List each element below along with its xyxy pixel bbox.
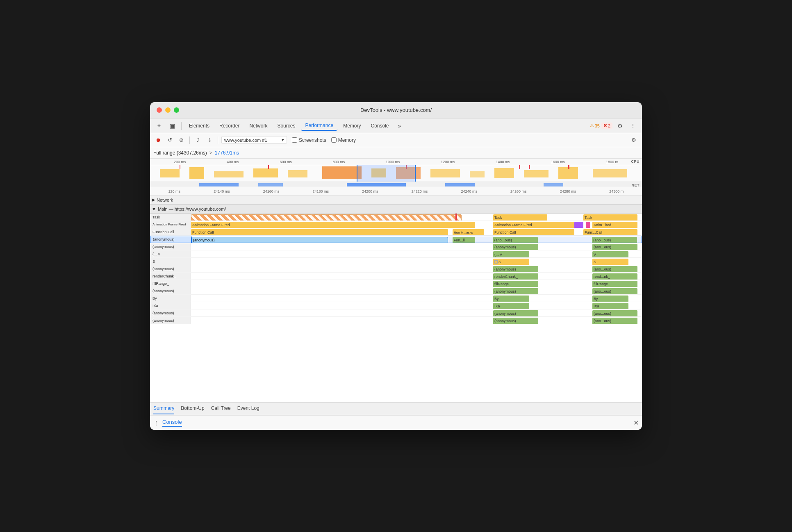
v-track[interactable]: (... V V (191, 250, 642, 257)
console-tab-label[interactable]: Console (162, 419, 182, 427)
anim-block-1[interactable]: Animation Frame Fired (493, 222, 574, 228)
tab-performance[interactable]: Performance (301, 121, 337, 131)
v-block-1[interactable]: V (592, 251, 628, 257)
anon2-block-1[interactable]: (ano...ous) (592, 266, 637, 272)
flame-chart[interactable]: Task Task Task Animation Frame Fired Ani (150, 214, 642, 402)
maximize-button[interactable] (174, 107, 179, 113)
main-collapse-icon[interactable]: ▼ (152, 207, 156, 211)
memory-checkbox-label[interactable]: Memory (331, 137, 356, 143)
minimize-button[interactable] (165, 107, 171, 113)
func-block-runm[interactable]: Run M...asks (453, 229, 484, 235)
anon0-track[interactable]: (anonymous) Fun...ll 10343 hidden (ano..… (191, 236, 642, 243)
anon0-block-2[interactable]: (ano...ous) (592, 237, 637, 243)
tab-console[interactable]: Console (366, 121, 393, 130)
anon3-track[interactable]: (anonymous) (ano...ous) (191, 287, 642, 294)
memory-checkbox[interactable] (331, 137, 337, 143)
task-block-1[interactable]: Task (493, 214, 547, 221)
cpu-chart[interactable] (150, 165, 642, 182)
anon3-block-1[interactable]: (ano...ous) (592, 288, 637, 294)
device-icon[interactable]: ▣ (166, 120, 178, 132)
anon1-block-0[interactable]: (anonymous) (493, 244, 538, 250)
download-button[interactable]: ⤵ (205, 135, 214, 145)
tab-call-tree[interactable]: Call Tree (211, 403, 231, 414)
anon5-block-0[interactable]: (anonymous) (493, 318, 538, 324)
upload-button[interactable]: ⤴ (193, 135, 203, 145)
tab-memory[interactable]: Memory (339, 121, 365, 130)
anon4-block-0[interactable]: (anonymous) (493, 310, 538, 316)
window-controls[interactable] (157, 107, 179, 113)
tab-summary[interactable]: Summary (153, 403, 174, 414)
task-track[interactable]: Task Task (191, 214, 642, 221)
anim-pink-1[interactable] (586, 222, 590, 228)
tab-event-log[interactable]: Event Log (237, 403, 259, 414)
func-block-0[interactable]: Function Call (191, 229, 448, 235)
anim-track[interactable]: Animation Frame Fired Animation Frame Fi… (191, 221, 642, 228)
func-block-1[interactable]: Function Call (493, 229, 574, 235)
renderchunk-block-1[interactable]: rend...nk_ (592, 273, 637, 280)
by-block-1[interactable]: By (592, 296, 628, 302)
s-block-0[interactable]: S (493, 259, 529, 265)
task-block-striped[interactable] (191, 214, 462, 221)
network-collapse-icon[interactable]: ▶ (152, 197, 155, 202)
selection-indicator[interactable] (357, 165, 416, 182)
tab-network[interactable]: Network (245, 121, 271, 130)
perf-overview[interactable]: 200 ms 400 ms 600 ms 800 ms 1000 ms 1200… (150, 159, 642, 187)
anon2-block-0[interactable]: (anonymous) (493, 266, 538, 272)
url-selector[interactable]: www.youtube.com #1 ▾ (221, 136, 287, 144)
by-track[interactable]: By By (191, 295, 642, 302)
network-section-header[interactable]: ▶ Network (150, 196, 642, 205)
full-range-label[interactable]: Full range (34307.26ms) (153, 150, 207, 156)
anon5-track[interactable]: (anonymous) (ano...ous) (191, 317, 642, 324)
renderchunk-track[interactable]: renderChunk_ rend...nk_ (191, 273, 642, 280)
fillrange-block-0[interactable]: fillRange_ (493, 281, 538, 287)
v-block-0[interactable]: (... V (493, 251, 529, 257)
settings-icon[interactable]: ⚙ (614, 120, 626, 132)
more-options-icon[interactable]: ⋮ (627, 120, 639, 132)
renderchunk-block-0[interactable]: renderChunk_ (493, 273, 538, 280)
ixa-track[interactable]: IXa IXa (191, 302, 642, 309)
ixa-block-0[interactable]: IXa (493, 303, 529, 309)
tab-sources[interactable]: Sources (273, 121, 299, 130)
fillrange-block-1[interactable]: fillRange_ (592, 281, 637, 287)
clear-button[interactable]: ⊘ (176, 135, 186, 145)
anim-purple-1[interactable] (574, 222, 583, 228)
anon0-block-selected[interactable]: (anonymous) (191, 237, 448, 243)
anon1-block-1[interactable]: (ano...ous) (592, 244, 637, 250)
anon2-track[interactable]: (anonymous) (ano...ous) (191, 265, 642, 272)
anon0-block-1[interactable]: (ano...ous) (493, 237, 538, 243)
s-track[interactable]: S S (191, 258, 642, 265)
screenshots-checkbox-label[interactable]: Screenshots (292, 137, 326, 143)
anon4-label: (anonymous) (150, 309, 191, 316)
console-options-icon[interactable]: ⋮ (153, 420, 159, 426)
anon4-block-1[interactable]: (ano...ous) (592, 310, 637, 316)
s-block-1[interactable]: S (592, 259, 628, 265)
task-block-2[interactable]: Task (583, 214, 637, 221)
reload-button[interactable]: ↺ (165, 135, 175, 145)
capture-settings-icon[interactable]: ⚙ (629, 135, 639, 145)
close-button[interactable] (157, 107, 162, 113)
url-dropdown-icon[interactable]: ▾ (282, 137, 284, 143)
fillrange-track[interactable]: fillRange_ fillRange_ (191, 280, 642, 287)
func-track[interactable]: Function Call Run M...asks Function Call… (191, 228, 642, 235)
anon4-track[interactable]: (anonymous) (ano...ous) (191, 309, 642, 316)
anon1-track[interactable]: (anonymous) (ano...ous) (191, 243, 642, 250)
anon3-block-0[interactable]: (anonymous) (493, 288, 538, 294)
record-button[interactable]: ⏺ (153, 135, 163, 145)
anim-block-0[interactable]: Animation Frame Fired (191, 222, 475, 228)
ruler-mark-8: 1800 m (606, 160, 618, 164)
by-block-0[interactable]: By (493, 296, 529, 302)
tab-recorder[interactable]: Recorder (215, 121, 244, 130)
breadcrumb-arrow: > (209, 150, 212, 156)
screenshots-checkbox[interactable] (292, 137, 297, 143)
anim-block-2[interactable]: Anim...ired (592, 222, 637, 228)
anon0-block-fun[interactable]: Fun...ll (453, 237, 475, 243)
console-close-button[interactable]: ✕ (633, 419, 639, 427)
more-tabs-button[interactable]: » (396, 121, 404, 131)
ixa-block-1[interactable]: IXa (592, 303, 628, 309)
func-block-2[interactable]: Func...Call (583, 229, 637, 235)
tab-elements[interactable]: Elements (185, 121, 214, 130)
detail-mark-1: 24140 ms (214, 189, 230, 193)
anon5-block-1[interactable]: (ano...ous) (592, 318, 637, 324)
tab-bottom-up[interactable]: Bottom-Up (181, 403, 204, 414)
cursor-icon[interactable]: ⌖ (153, 120, 165, 132)
